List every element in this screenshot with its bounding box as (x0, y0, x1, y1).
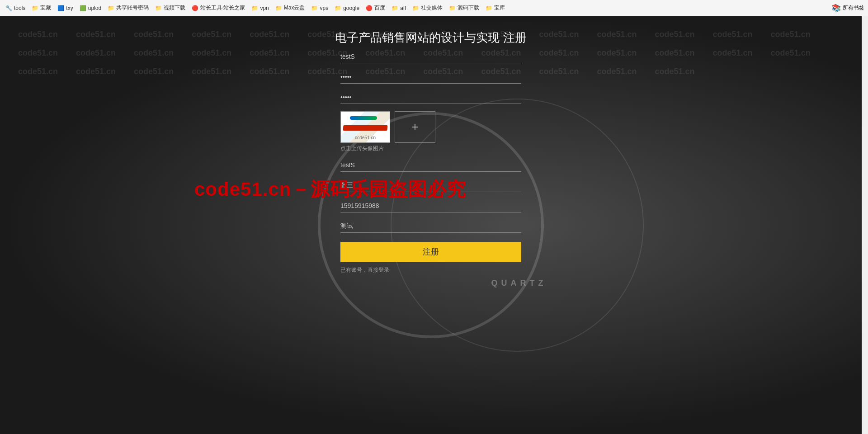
tools-icon: 🔧 (5, 5, 12, 11)
toolbar-baidu[interactable]: 🔴 百度 (364, 3, 387, 13)
background: QUARTZ code51.cn code51.cn code51.cn cod… (0, 16, 862, 434)
toolbar-video[interactable]: 📁 视频下载 (153, 3, 187, 13)
toolbar-maxcloud[interactable]: 📁 Max云盘 (274, 3, 307, 13)
folder-icon-max: 📁 (275, 5, 282, 11)
password-field (340, 71, 521, 91)
register-button[interactable]: 注册 (340, 242, 521, 262)
toolbar-google[interactable]: 📁 google (333, 4, 361, 12)
toolbar-vpn[interactable]: 📁 vpn (250, 4, 270, 12)
preview-image: code51.cn (341, 112, 390, 142)
address-input[interactable] (340, 220, 521, 233)
toolbar-social[interactable]: 📁 社交媒体 (410, 3, 444, 13)
folder-icon-google: 📁 (335, 5, 341, 11)
password-input[interactable] (340, 71, 521, 84)
phone-field (340, 199, 521, 220)
scrollbar-right[interactable] (862, 16, 868, 434)
toolbar-source-download[interactable]: 📁 源码下载 (447, 3, 481, 13)
toolbar-baoku[interactable]: 📁 宝库 (484, 3, 507, 13)
page-header: 电子产品销售网站的设计与实现 注册 (0, 30, 862, 46)
folder-icon-shared: 📁 (108, 5, 114, 11)
quartz-text: QUARTZ (491, 278, 547, 288)
email-field (340, 159, 521, 179)
image-upload-row: code51.cn + (340, 111, 521, 143)
email-input[interactable] (340, 159, 521, 172)
folder-icon-vpn: 📁 (251, 5, 258, 11)
username-input[interactable] (340, 50, 521, 63)
folder-icon-vps: 📁 (311, 5, 318, 11)
folder-icon: 📁 (32, 5, 38, 11)
toolbar-txy[interactable]: 🟦 txy (56, 4, 75, 12)
toolbar-baocang[interactable]: 📁 宝藏 (30, 3, 53, 13)
toolbar-webmaster[interactable]: 🔴 站长工具·站长之家 (190, 3, 247, 13)
uplod-icon: 🟩 (80, 5, 86, 11)
add-image-button[interactable]: + (395, 111, 435, 143)
folder-icon-source: 📁 (449, 5, 456, 11)
red-watermark: code51.cn－源码乐园盗图必究 (194, 177, 466, 202)
folder-icon-baoku: 📁 (486, 5, 492, 11)
txy-icon: 🟦 (57, 5, 64, 11)
confirm-password-input[interactable] (340, 91, 521, 104)
webmaster-icon: 🔴 (192, 5, 198, 11)
toolbar-vps[interactable]: 📁 vps (309, 4, 330, 12)
folder-icon-social: 📁 (412, 5, 419, 11)
confirm-password-field (340, 91, 521, 111)
browser-toolbar: 🔧 tools 📁 宝藏 🟦 txy 🟩 uplod 📁 共享账号密码 📁 视频… (0, 0, 868, 16)
plus-icon: + (411, 120, 419, 134)
address-field (340, 220, 521, 240)
baidu-icon: 🔴 (366, 5, 373, 11)
username-field (340, 50, 521, 71)
folder-icon-aff: 📁 (392, 5, 398, 11)
image-preview: code51.cn (340, 111, 390, 143)
folder-icon-video: 📁 (155, 5, 162, 11)
registration-form: code51.cn + 点击上传头像图片 注册 已有账号，直接登录 (340, 50, 521, 274)
toolbar-aff[interactable]: 📁 aff (390, 4, 408, 12)
toolbar-uplod[interactable]: 🟩 uplod (78, 4, 103, 12)
login-link[interactable]: 已有账号，直接登录 (340, 267, 389, 273)
image-domain-text: code51.cn (341, 135, 390, 140)
bookmark-icon: 📚 (832, 4, 841, 12)
toolbar-shared-accounts[interactable]: 📁 共享账号密码 (106, 3, 151, 13)
toolbar-tools[interactable]: 🔧 tools (4, 4, 27, 12)
upload-label[interactable]: 点击上传头像图片 (340, 145, 521, 152)
all-bookmarks[interactable]: 📚 所有书签 (832, 4, 864, 12)
page-title: 电子产品销售网站的设计与实现 注册 (0, 30, 862, 46)
